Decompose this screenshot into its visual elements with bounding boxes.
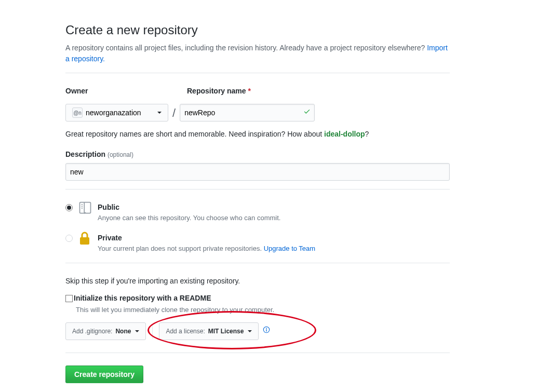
- repo-name-label-text: Repository name: [187, 87, 246, 95]
- page-title: Create a new repository: [65, 21, 450, 39]
- caret-down-icon: [248, 330, 252, 332]
- svg-point-4: [82, 208, 83, 209]
- license-select[interactable]: Add a license: MIT License: [159, 322, 259, 340]
- public-label: Public: [98, 203, 119, 211]
- owner-avatar-icon: @n: [72, 107, 83, 118]
- divider: [65, 353, 450, 353]
- svg-rect-8: [266, 329, 267, 331]
- required-asterisk: *: [248, 87, 250, 95]
- license-value: MIT License: [208, 328, 244, 335]
- description-input[interactable]: [65, 163, 450, 181]
- upgrade-link[interactable]: Upgrade to Team: [264, 245, 316, 252]
- visibility-public-row[interactable]: Public Anyone can see this repository. Y…: [65, 202, 450, 223]
- create-repository-button[interactable]: Create repository: [65, 366, 143, 383]
- page-subhead: A repository contains all project files,…: [65, 43, 450, 64]
- name-hint-prefix: Great repository names are short and mem…: [65, 130, 324, 138]
- check-icon: [303, 107, 311, 118]
- repo-name-input[interactable]: [180, 104, 315, 121]
- gitignore-select[interactable]: Add .gitignore: None: [65, 322, 146, 340]
- private-radio: [65, 235, 73, 242]
- repo-name-label: Repository name *: [187, 86, 325, 97]
- suggested-name-link[interactable]: ideal-dollop: [324, 130, 365, 138]
- public-radio[interactable]: [65, 204, 73, 211]
- svg-rect-0: [80, 202, 91, 213]
- vertical-separator: [152, 324, 153, 339]
- visibility-private-row: Private Your current plan does not suppo…: [65, 233, 450, 254]
- slash-separator: /: [172, 104, 176, 121]
- divider: [65, 73, 450, 73]
- description-optional: (optional): [108, 151, 133, 158]
- repo-private-icon: [78, 231, 92, 249]
- svg-point-3: [82, 206, 83, 207]
- gitignore-prefix: Add .gitignore:: [72, 328, 112, 335]
- divider: [65, 263, 450, 263]
- private-label: Private: [98, 234, 122, 242]
- gitignore-value: None: [115, 328, 131, 335]
- name-hint: Great repository names are short and mem…: [65, 129, 450, 140]
- svg-point-2: [82, 204, 83, 205]
- private-sub: Your current plan does not support priva…: [98, 244, 315, 254]
- owner-label: Owner: [65, 86, 177, 97]
- owner-value: neworganazation: [86, 109, 141, 117]
- public-sub: Anyone can see this repository. You choo…: [98, 213, 280, 223]
- owner-select[interactable]: @n neworganazation: [65, 104, 168, 121]
- svg-point-7: [266, 328, 267, 329]
- license-prefix: Add a license:: [166, 328, 205, 335]
- readme-sub: This will let you immediately clone the …: [76, 305, 450, 315]
- caret-down-icon: [135, 330, 139, 332]
- description-label: Description: [65, 150, 105, 158]
- private-sub-prefix: Your current plan does not support priva…: [98, 245, 264, 252]
- subhead-text: A repository contains all project files,…: [65, 44, 427, 52]
- name-hint-suffix: ?: [365, 130, 369, 138]
- caret-down-icon: [157, 112, 162, 114]
- svg-rect-5: [80, 237, 89, 245]
- readme-label: Initialize this repository with a README: [74, 293, 211, 304]
- skip-note: Skip this step if you're importing an ex…: [65, 276, 450, 287]
- repo-public-icon: [78, 200, 92, 218]
- info-icon[interactable]: [263, 326, 270, 336]
- readme-checkbox[interactable]: [65, 295, 73, 302]
- divider: [65, 189, 450, 190]
